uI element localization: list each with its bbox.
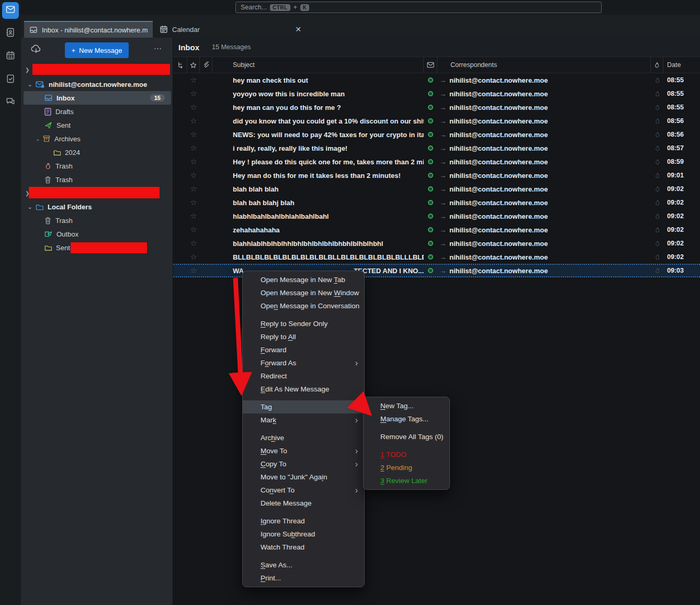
menu-item-tag[interactable]: Tag› [243, 400, 364, 413]
chevron-down-icon[interactable]: ⌄ [28, 204, 33, 210]
subject-column-header[interactable]: Subject [212, 57, 424, 73]
message-row[interactable]: ☆blahhlablhblhblhhlbhlbhlbhlbhlbhbhlblhb… [173, 237, 700, 250]
folder-archives[interactable]: ⌄ Archives [21, 132, 172, 145]
star-icon[interactable]: ☆ [187, 265, 200, 276]
junk-status-cell[interactable] [651, 237, 663, 250]
star-icon[interactable]: ☆ [187, 182, 200, 196]
folder-trash[interactable]: Trash [21, 173, 172, 186]
menu-item-forward[interactable]: Forward [243, 343, 364, 356]
message-row[interactable]: ☆NEWS: you will need to pay 42% taxes fo… [173, 128, 700, 141]
message-row[interactable]: ☆hey man check this out→nihilist@contact… [173, 73, 700, 87]
menu-item-reply-to-all[interactable]: Reply to All [243, 330, 364, 343]
menu-item-mark[interactable]: Mark› [243, 413, 364, 427]
tab-close-icon[interactable]: ✕ [295, 25, 301, 33]
tab-inbox[interactable]: Inbox - nihilist@contact.nowhere.moe [24, 21, 153, 38]
menu-item-3-review-later[interactable]: 3 Review Later [364, 474, 449, 487]
calendar-space-button[interactable] [2, 48, 19, 65]
message-row[interactable]: ☆blah bah blahj blah→nihilist@contact.no… [173, 196, 700, 209]
star-icon[interactable]: ☆ [187, 155, 200, 169]
menu-item-1-todo[interactable]: 1 TODO [364, 448, 449, 461]
junk-status-cell[interactable] [651, 100, 663, 114]
message-row[interactable]: ☆Hey ! please do this quick one for me, … [173, 155, 700, 169]
junk-status-cell[interactable] [651, 182, 663, 196]
star-icon[interactable]: ☆ [187, 73, 200, 87]
read-status-cell[interactable] [424, 155, 437, 169]
read-status-cell[interactable] [424, 141, 437, 155]
attachment-column-header[interactable] [200, 57, 212, 73]
tab-calendar[interactable]: Calendar ✕ [154, 21, 309, 38]
read-status-cell[interactable] [424, 209, 437, 223]
message-row[interactable]: ☆hey man can you do this for me ?→nihili… [173, 100, 700, 114]
star-icon[interactable]: ☆ [187, 209, 200, 223]
star-icon[interactable]: ☆ [187, 141, 200, 155]
menu-item-new-tag[interactable]: New Tag... [364, 399, 449, 412]
read-column-header[interactable] [424, 57, 437, 73]
read-status-cell[interactable] [424, 250, 437, 264]
menu-item-redirect[interactable]: Redirect [243, 369, 364, 383]
message-row[interactable]: ☆blah blah blah→nihilist@contact.nowhere… [173, 182, 700, 196]
star-icon[interactable]: ☆ [187, 237, 200, 250]
star-column-header[interactable] [187, 57, 200, 73]
junk-status-cell[interactable] [651, 128, 663, 141]
local-folders-row[interactable]: ⌄ Local Folders [21, 200, 172, 214]
search-input[interactable]: Search... CTRL + K [235, 2, 602, 13]
thread-column-header[interactable] [173, 57, 187, 73]
star-icon[interactable]: ☆ [187, 169, 200, 182]
menu-item-move-to-junk-again[interactable]: Move to "Junk" Again [243, 470, 364, 484]
menu-item-move-to[interactable]: Move To› [243, 444, 364, 457]
message-row[interactable]: ☆Hey man do this for me it takes less th… [173, 169, 700, 182]
menu-item-ignore-subthread[interactable]: Ignore Subthread [243, 528, 364, 541]
new-message-button[interactable]: + New Message [65, 42, 129, 58]
tasks-space-button[interactable] [2, 71, 19, 88]
menu-item-save-as[interactable]: Save As... [243, 558, 364, 572]
read-status-cell[interactable] [424, 169, 437, 182]
read-status-cell[interactable] [424, 265, 437, 276]
menu-item-reply-to-sender-only[interactable]: Reply to Sender Only [243, 317, 364, 330]
star-icon[interactable]: ☆ [187, 114, 200, 128]
star-icon[interactable]: ☆ [187, 100, 200, 114]
menu-item-copy-to[interactable]: Copy To› [243, 457, 364, 470]
mail-space-button[interactable] [2, 2, 19, 19]
star-icon[interactable]: ☆ [187, 196, 200, 209]
junk-column-header[interactable] [651, 57, 663, 73]
read-status-cell[interactable] [424, 73, 437, 87]
local-outbox[interactable]: Outbox [21, 227, 172, 241]
read-status-cell[interactable] [424, 237, 437, 250]
correspondents-column-header[interactable]: Correspondents [437, 57, 651, 73]
junk-status-cell[interactable] [651, 209, 663, 223]
junk-status-cell[interactable] [651, 265, 663, 276]
menu-item-open-message-in-new-tab[interactable]: Open Message in New Tab [243, 273, 364, 286]
message-row[interactable]: ☆zehahahahaha→nihilist@contact.nowhere.m… [173, 223, 700, 237]
message-row[interactable]: ☆yoyoyo wow this is incredible man→nihil… [173, 87, 700, 100]
menu-item-edit-as-new-message[interactable]: Edit As New Message [243, 383, 364, 396]
junk-status-cell[interactable] [651, 73, 663, 87]
local-trash[interactable]: Trash [21, 214, 172, 227]
read-status-cell[interactable] [424, 196, 437, 209]
address-book-space-button[interactable] [2, 25, 19, 42]
star-icon[interactable]: ☆ [187, 128, 200, 141]
junk-status-cell[interactable] [651, 169, 663, 182]
menu-item-forward-as[interactable]: Forward As› [243, 356, 364, 369]
message-row[interactable]: ☆hlabhlbahlbahlbhlahlbahlbahl→nihilist@c… [173, 209, 700, 223]
junk-status-cell[interactable] [651, 114, 663, 128]
get-messages-icon[interactable] [30, 44, 42, 58]
menu-item-print[interactable]: Print... [243, 572, 364, 585]
read-status-cell[interactable] [424, 223, 437, 237]
message-row[interactable]: ☆BLLBLBLBLBLBLBLBLBLBLBLLBLBLBLBLBLBLBLL… [173, 250, 700, 264]
junk-status-cell[interactable] [651, 141, 663, 155]
message-row[interactable]: ☆did you know that you could get a 10% d… [173, 114, 700, 128]
folder-2024[interactable]: 2024 [21, 145, 172, 159]
message-row[interactable]: ☆i really, really, really like this imag… [173, 141, 700, 155]
read-status-cell[interactable] [424, 87, 437, 100]
star-icon[interactable]: ☆ [187, 250, 200, 264]
chevron-down-icon[interactable]: ⌄ [28, 82, 33, 87]
menu-item-open-message-in-new-window[interactable]: Open Message in New Window [243, 286, 364, 299]
menu-item-ignore-thread[interactable]: Ignore Thread [243, 514, 364, 528]
chevron-down-icon[interactable]: ⌄ [36, 136, 41, 142]
star-icon[interactable]: ☆ [187, 223, 200, 237]
folder-junk[interactable]: Trash [21, 159, 172, 173]
date-column-header[interactable]: Date [663, 57, 700, 73]
menu-item-remove-all-tags-0[interactable]: Remove All Tags (0) [364, 430, 449, 443]
menu-item-delete-message[interactable]: Delete Message [243, 497, 364, 510]
menu-item-open-message-in-conversation[interactable]: Open Message in Conversation [243, 299, 364, 312]
